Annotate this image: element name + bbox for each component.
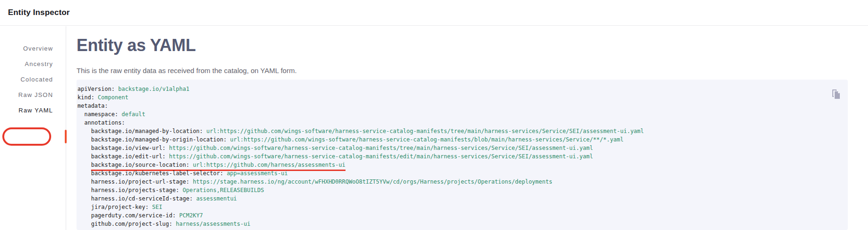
yaml-line: harness.io/project-url-stage: https://st… (77, 178, 827, 186)
sidebar-tab-list: OverviewAncestryColocatedRaw JSONRaw YAM… (0, 41, 66, 118)
yaml-line: apiVersion: backstage.io/v1alpha1 (77, 85, 827, 93)
yaml-value: assessmentui (193, 195, 237, 202)
yaml-line-content: jira/project-key: SEI (91, 203, 162, 211)
yaml-line: backstage.io/edit-url: https://github.co… (77, 152, 827, 161)
yaml-line: pagerduty.com/service-id: PCM2KY7 (77, 211, 827, 220)
yaml-line: backstage.io/managed-by-location: url:ht… (77, 127, 827, 135)
yaml-line: backstage.io/managed-by-origin-location:… (77, 135, 827, 144)
main-content: Entity as YAML This is the raw entity da… (77, 26, 868, 230)
yaml-line-content: harness.io/projects-stage: Operations,RE… (91, 186, 264, 194)
yaml-key: backstage.io/view-url: (91, 145, 166, 151)
yaml-line: backstage.io/kubernetes-label-selector: … (77, 169, 827, 178)
yaml-indent (77, 212, 91, 219)
yaml-key: harness.io/project-url-stage: (91, 178, 190, 185)
yaml-line-content: backstage.io/kubernetes-label-selector: … (91, 169, 288, 178)
yaml-line: harness.io/projects-stage: Operations,RE… (77, 186, 827, 194)
yaml-indent (77, 153, 91, 160)
yaml-line: kind: Component (77, 93, 827, 102)
yaml-line: namespace: default (77, 110, 827, 119)
yaml-line-content: pagerduty.com/service-id: PCM2KY7 (91, 211, 203, 220)
yaml-lines: apiVersion: backstage.io/v1alpha1kind: C… (77, 85, 827, 228)
yaml-value: Component (94, 94, 128, 101)
sidebar-item-raw-yaml[interactable]: Raw YAML (0, 103, 66, 118)
yaml-indent (77, 221, 91, 227)
yaml-line-content: annotations: (84, 119, 125, 127)
yaml-line: annotations: (77, 119, 827, 127)
yaml-line-content: metadata: (77, 102, 108, 110)
yaml-code-block: apiVersion: backstage.io/v1alpha1kind: C… (77, 80, 848, 230)
panel-header: Entity Inspector (0, 0, 868, 26)
yaml-line-content: namespace: default (84, 110, 145, 119)
yaml-value: https://github.com/wings-software/harnes… (166, 145, 593, 151)
yaml-value: default (118, 111, 146, 118)
yaml-line-content: github.com/project-slug: harness/assessm… (91, 220, 251, 228)
yaml-value: url:https://github.com/wings-software/ha… (203, 128, 644, 134)
yaml-line-content: kind: Component (77, 93, 128, 102)
yaml-line: jira/project-key: SEI (77, 203, 827, 211)
yaml-line: backstage.io/view-url: https://github.co… (77, 144, 827, 152)
yaml-indent (77, 195, 91, 202)
entity-inspector-panel: Entity Inspector OverviewAncestryColocat… (0, 0, 868, 230)
yaml-indent (77, 170, 91, 177)
yaml-line-content: harness.io/project-url-stage: https://st… (91, 178, 553, 186)
yaml-value: https://stage.harness.io/ng/account/wFHX… (189, 178, 552, 185)
yaml-key: annotations: (84, 119, 125, 126)
sidebar-item-colocated[interactable]: Colocated (0, 72, 66, 87)
annotation-circle (2, 127, 51, 146)
yaml-key: jira/project-key: (91, 204, 149, 210)
sidebar-item-ancestry[interactable]: Ancestry (0, 56, 66, 72)
yaml-indent (77, 128, 91, 134)
active-tab-indicator (65, 130, 67, 143)
yaml-value: harness/assessments-ui (172, 221, 250, 227)
yaml-value: url:https://github.com/wings-software/ha… (227, 136, 623, 143)
yaml-indent (77, 145, 91, 151)
panel-title: Entity Inspector (8, 8, 70, 17)
yaml-key: pagerduty.com/service-id: (91, 212, 176, 219)
yaml-line: harness.io/cd-serviceId-stage: assessmen… (77, 194, 827, 203)
yaml-line-content: harness.io/cd-serviceId-stage: assessmen… (91, 194, 237, 203)
yaml-key: backstage.io/source-location: (91, 162, 190, 168)
yaml-key: backstage.io/edit-url: (91, 153, 166, 160)
yaml-line: metadata: (77, 102, 827, 110)
yaml-value: backstage.io/v1alpha1 (115, 86, 189, 92)
yaml-key: backstage.io/kubernetes-label-selector: (91, 170, 223, 177)
yaml-indent (77, 178, 91, 185)
copy-icon[interactable] (830, 89, 842, 100)
yaml-indent (77, 162, 91, 168)
yaml-value: https://github.com/wings-software/harnes… (166, 153, 593, 160)
yaml-key: kind: (77, 94, 94, 101)
copy-icon-glyph (830, 89, 842, 100)
yaml-key: github.com/project-slug: (91, 221, 172, 227)
yaml-key: harness.io/cd-serviceId-stage: (91, 195, 193, 202)
inspector-sidebar: OverviewAncestryColocatedRaw JSONRaw YAM… (0, 26, 66, 230)
yaml-line-content: backstage.io/managed-by-location: url:ht… (91, 127, 644, 135)
yaml-key: backstage.io/managed-by-location: (91, 128, 203, 134)
yaml-indent (77, 119, 84, 126)
yaml-indent (77, 204, 91, 210)
sidebar-item-raw-json[interactable]: Raw JSON (0, 87, 66, 103)
yaml-line-content: backstage.io/managed-by-origin-location:… (91, 135, 623, 144)
yaml-indent (77, 187, 91, 193)
yaml-line-content: apiVersion: backstage.io/v1alpha1 (77, 85, 189, 93)
yaml-key: harness.io/projects-stage: (91, 187, 179, 193)
yaml-value: SEI (149, 204, 162, 210)
yaml-line-content: backstage.io/view-url: https://github.co… (91, 144, 593, 152)
yaml-indent (77, 111, 84, 118)
yaml-key: backstage.io/managed-by-origin-location: (91, 136, 227, 143)
yaml-line: github.com/project-slug: harness/assessm… (77, 220, 827, 228)
yaml-indent (77, 136, 91, 143)
sidebar-item-overview[interactable]: Overview (0, 41, 66, 56)
page-title: Entity as YAML (77, 36, 196, 55)
yaml-key: namespace: (84, 111, 118, 118)
yaml-value: Operations,RELEASEBUILDS (179, 187, 264, 193)
yaml-key: apiVersion: (77, 86, 115, 92)
yaml-value: PCM2KY7 (176, 212, 203, 219)
page-description: This is the raw entity data as received … (77, 67, 297, 74)
yaml-value: url:https://github.com/harness/assessmen… (189, 162, 345, 168)
yaml-value: app=assessments-ui (223, 170, 288, 177)
yaml-key: metadata: (77, 103, 108, 109)
yaml-line: backstage.io/source-location: url:https:… (77, 161, 827, 169)
yaml-line-content: backstage.io/edit-url: https://github.co… (91, 152, 593, 161)
